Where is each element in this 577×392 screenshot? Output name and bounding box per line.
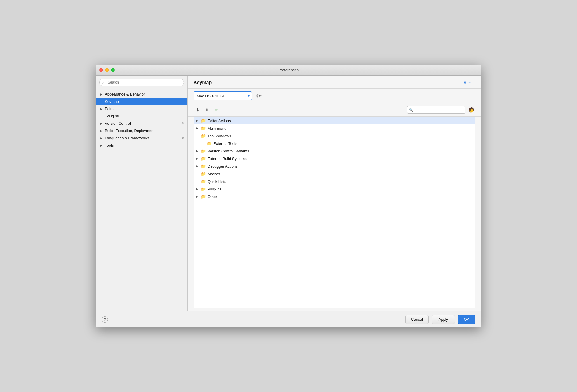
- collapse-all-button[interactable]: ⬆: [203, 106, 211, 114]
- sidebar-item-label: Keymap: [105, 99, 184, 104]
- folder-icon: 📁: [201, 179, 206, 184]
- tree-item-label: External Build Systems: [208, 157, 247, 161]
- tree-row-macros[interactable]: ▶ 📁 Macros: [194, 170, 475, 178]
- folder-icon: 📁: [201, 171, 206, 176]
- sidebar-item-label: Version Control: [105, 121, 180, 126]
- pencil-icon: ✏: [215, 107, 218, 112]
- chevron-right-icon: ▶: [196, 188, 200, 190]
- folder-icon: 📁: [201, 187, 206, 191]
- maximize-button[interactable]: [111, 68, 115, 72]
- folder-icon: 📁: [201, 133, 206, 138]
- tree-row-debugger[interactable]: ▶ 📁 Debugger Actions: [194, 162, 475, 170]
- folder-icon: 📁: [201, 149, 206, 153]
- help-button[interactable]: ?: [102, 316, 108, 323]
- person-icon: 🧑: [468, 107, 474, 113]
- chevron-right-icon: ▶: [196, 119, 200, 122]
- sidebar-item-build[interactable]: ▶ Build, Execution, Deployment: [96, 127, 187, 134]
- window-title: Preferences: [278, 68, 299, 72]
- keymap-select[interactable]: Mac OS X Mac OS X 10.5+ Eclipse Emacs Ne…: [194, 91, 252, 100]
- tree-row-build-systems[interactable]: ▶ 📁 External Build Systems: [194, 155, 475, 162]
- tree-row-quick-lists[interactable]: ▶ 📁 Quick Lists: [194, 178, 475, 185]
- folder-icon: 📁: [201, 126, 206, 131]
- expand-all-button[interactable]: ⬇: [194, 106, 202, 114]
- chevron-right-icon: ▶: [100, 137, 102, 140]
- expand-all-icon: ⬇: [196, 107, 199, 112]
- sidebar-item-languages[interactable]: ▶ Languages & Frameworks ⧉: [96, 134, 187, 142]
- sidebar-item-appearance[interactable]: ▶ Appearance & Behavior: [96, 91, 187, 98]
- ok-button[interactable]: OK: [458, 315, 475, 324]
- chevron-right-icon: ▶: [196, 127, 200, 130]
- keymap-controls: Mac OS X Mac OS X 10.5+ Eclipse Emacs Ne…: [188, 89, 481, 103]
- minimize-button[interactable]: [105, 68, 109, 72]
- main-content: ⌕ ▶ Appearance & Behavior ▶ Keymap ▶: [96, 76, 481, 311]
- tree-row-external-tools[interactable]: ▶ 📁 External Tools: [194, 140, 475, 147]
- tree-row-editor-actions[interactable]: ▶ 📁 Editor Actions: [194, 117, 475, 124]
- tree-item-label: Tool Windows: [208, 134, 231, 138]
- reset-button[interactable]: Reset: [462, 80, 475, 85]
- sidebar-search-input[interactable]: [99, 79, 184, 86]
- sidebar-item-version-control[interactable]: ▶ Version Control ⧉: [96, 120, 187, 127]
- keymap-select-wrap: Mac OS X Mac OS X 10.5+ Eclipse Emacs Ne…: [194, 91, 252, 100]
- traffic-lights: [99, 68, 115, 72]
- folder-icon: 📁: [207, 141, 212, 146]
- titlebar: Preferences: [96, 65, 481, 76]
- sidebar-item-label: Languages & Frameworks: [105, 136, 180, 140]
- sidebar-item-label: Build, Execution, Deployment: [105, 129, 184, 133]
- find-by-shortcut-button[interactable]: 🧑: [467, 106, 475, 114]
- folder-special-icon: 📁: [201, 156, 206, 161]
- tree-row-tool-windows[interactable]: ▶ 📁 Tool Windows: [194, 132, 475, 140]
- sidebar-search-area: ⌕: [96, 76, 187, 89]
- chevron-right-icon: ▶: [196, 195, 200, 198]
- footer-right: Cancel Apply OK: [405, 315, 475, 324]
- sidebar-item-label: Plugins: [106, 114, 184, 118]
- edit-shortcut-button[interactable]: ✏: [212, 106, 220, 114]
- apply-button[interactable]: Apply: [432, 315, 455, 324]
- chevron-right-icon: ▶: [100, 93, 102, 96]
- keymap-tree[interactable]: ▶ 📁 Editor Actions ▶ 📁 Main menu ▶ 📁 Too…: [194, 117, 475, 308]
- tree-item-label: Version Control Systems: [208, 149, 249, 153]
- tree-row-plugins[interactable]: ▶ 📁 Plug-ins: [194, 185, 475, 193]
- tree-item-label: Macros: [208, 172, 220, 176]
- tree-item-label: Plug-ins: [208, 187, 221, 191]
- footer: ? Cancel Apply OK: [96, 311, 481, 327]
- tree-row-other[interactable]: ▶ 📁 Other: [194, 193, 475, 200]
- sidebar-item-label: Appearance & Behavior: [105, 92, 184, 96]
- footer-left: ?: [102, 316, 108, 323]
- chevron-right-icon: ▶: [100, 129, 102, 132]
- search-icon: 🔍: [409, 108, 413, 112]
- tree-item-label: Editor Actions: [208, 119, 231, 123]
- copy-icon: ⧉: [182, 136, 184, 140]
- tree-item-label: Quick Lists: [208, 179, 226, 184]
- sidebar-items: ▶ Appearance & Behavior ▶ Keymap ▶ Edito…: [96, 89, 187, 311]
- toolbar-search-wrap: 🔍: [407, 106, 465, 114]
- sidebar-item-tools[interactable]: ▶ Tools: [96, 142, 187, 149]
- cancel-button[interactable]: Cancel: [405, 315, 429, 324]
- folder-special-icon: 📁: [201, 164, 206, 169]
- sidebar: ⌕ ▶ Appearance & Behavior ▶ Keymap ▶: [96, 76, 188, 311]
- chevron-right-icon: ▶: [196, 157, 200, 160]
- tree-toolbar: ⬇ ⬆ ✏ 🔍 🧑: [188, 103, 481, 117]
- chevron-right-icon: ▶: [196, 165, 200, 168]
- tree-row-main-menu[interactable]: ▶ 📁 Main menu: [194, 124, 475, 132]
- tree-item-label: Other: [208, 195, 217, 199]
- content-header: Keymap Reset: [188, 76, 481, 89]
- gear-button[interactable]: ⚙▾: [254, 91, 263, 100]
- chevron-right-icon: ▶: [100, 144, 102, 147]
- keymap-search-input[interactable]: [407, 106, 465, 114]
- gear-icon: ⚙: [256, 93, 260, 99]
- tree-item-label: Debugger Actions: [208, 164, 238, 169]
- sidebar-item-editor[interactable]: ▶ Editor: [96, 105, 187, 112]
- page-title: Keymap: [194, 80, 212, 85]
- folder-special-icon: 📁: [201, 194, 206, 199]
- sidebar-item-label: Editor: [105, 107, 184, 111]
- toolbar-left: ⬇ ⬆ ✏: [194, 106, 220, 114]
- toolbar-right: 🔍 🧑: [407, 106, 475, 114]
- close-button[interactable]: [99, 68, 103, 72]
- chevron-right-icon: ▶: [196, 150, 200, 152]
- sidebar-item-keymap[interactable]: ▶ Keymap: [96, 98, 187, 105]
- copy-icon: ⧉: [182, 122, 184, 125]
- chevron-right-icon: ▶: [100, 122, 102, 125]
- tree-row-vcs[interactable]: ▶ 📁 Version Control Systems: [194, 147, 475, 155]
- chevron-right-icon: ▶: [100, 107, 102, 110]
- sidebar-item-plugins[interactable]: Plugins: [96, 112, 187, 120]
